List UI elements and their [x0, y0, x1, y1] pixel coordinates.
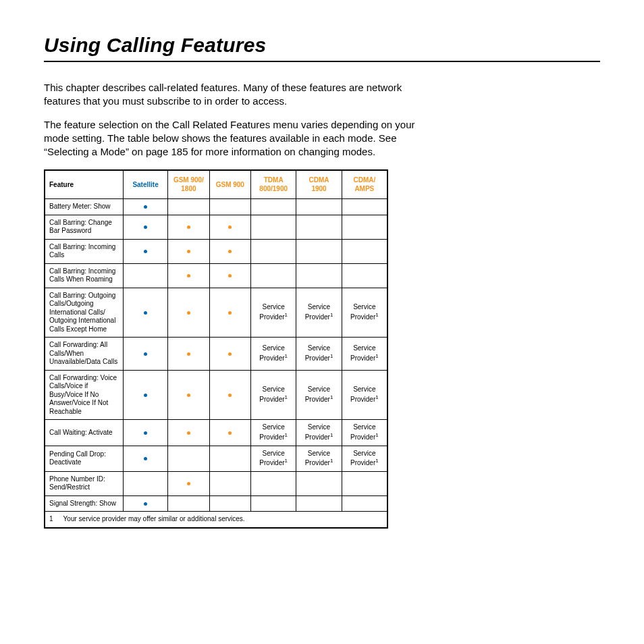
- service-provider-label: ServiceProvider1: [259, 423, 288, 441]
- dot-blue-icon: [144, 352, 147, 356]
- feature-cell: Call Barring: Incoming Calls When Roamin…: [45, 263, 123, 288]
- dot-orange-icon: [228, 352, 232, 356]
- table-row: Call Waiting: ActivateServiceProvider1Se…: [45, 420, 387, 446]
- availability-cell: [342, 215, 387, 239]
- availability-cell: [168, 338, 209, 371]
- service-provider-footnote-ref: 1: [375, 432, 378, 438]
- service-provider-label: ServiceProvider1: [305, 385, 333, 403]
- feature-cell: Call Barring: Incoming Calls: [45, 239, 123, 263]
- dot-blue-icon: [144, 205, 147, 209]
- table-row: Call Barring: Outgoing Calls/Outgoing In…: [45, 288, 387, 338]
- service-provider-label: ServiceProvider1: [259, 303, 288, 321]
- service-provider-footnote-ref: 1: [330, 458, 333, 464]
- availability-cell: [209, 239, 250, 263]
- availability-cell: [123, 215, 167, 239]
- footnote-row: 1 Your service provider may offer simila…: [45, 512, 387, 528]
- availability-cell: [123, 239, 167, 263]
- service-provider-footnote-ref: 1: [375, 394, 378, 400]
- availability-cell: ServiceProvider1: [251, 370, 296, 420]
- col-tdma: TDMA 800/1900: [251, 170, 296, 199]
- availability-cell: ServiceProvider1: [296, 420, 342, 446]
- dot-orange-icon: [228, 431, 232, 435]
- availability-cell: [123, 446, 167, 471]
- service-provider-footnote-ref: 1: [285, 353, 288, 359]
- availability-cell: [123, 338, 167, 371]
- availability-cell: [168, 446, 209, 471]
- service-provider-label: ServiceProvider1: [350, 450, 379, 467]
- service-provider-footnote-ref: 1: [330, 432, 333, 438]
- availability-cell: ServiceProvider1: [296, 446, 342, 471]
- dot-orange-icon: [187, 274, 190, 277]
- availability-cell: [168, 199, 209, 215]
- dot-orange-icon: [187, 352, 190, 356]
- col-cdma-1900: CDMA 1900: [296, 170, 342, 199]
- availability-cell: ServiceProvider1: [342, 338, 387, 371]
- availability-cell: [251, 471, 296, 495]
- dot-orange-icon: [228, 394, 232, 397]
- feature-cell: Call Waiting: Activate: [45, 420, 123, 446]
- availability-cell: [209, 446, 250, 471]
- availability-cell: [168, 420, 209, 446]
- footnote-number: 1: [49, 515, 61, 524]
- intro-paragraph-1: This chapter describes call-related feat…: [44, 81, 422, 109]
- dot-blue-icon: [144, 311, 147, 315]
- availability-cell: [209, 420, 250, 446]
- availability-cell: [296, 471, 342, 495]
- availability-cell: [168, 215, 209, 239]
- table-row: Call Barring: Change Bar Password: [45, 215, 387, 239]
- dot-blue-icon: [144, 457, 147, 460]
- service-provider-label: ServiceProvider1: [259, 385, 288, 403]
- availability-cell: [123, 199, 167, 215]
- availability-cell: [209, 338, 250, 371]
- availability-cell: [342, 495, 387, 512]
- service-provider-label: ServiceProvider1: [350, 385, 379, 403]
- availability-cell: ServiceProvider1: [296, 338, 342, 371]
- service-provider-label: ServiceProvider1: [350, 423, 379, 441]
- availability-cell: [123, 370, 167, 420]
- table-row: Call Barring: Incoming Calls When Roamin…: [45, 263, 387, 288]
- availability-cell: [168, 495, 209, 512]
- availability-cell: [123, 263, 167, 288]
- service-provider-footnote-ref: 1: [375, 353, 378, 359]
- dot-orange-icon: [187, 482, 190, 485]
- dot-orange-icon: [228, 250, 232, 253]
- page-title: Using Calling Features: [44, 34, 600, 57]
- feature-cell: Call Barring: Change Bar Password: [45, 215, 123, 239]
- availability-cell: [123, 288, 167, 338]
- availability-cell: [342, 263, 387, 288]
- dot-orange-icon: [228, 274, 232, 277]
- service-provider-footnote-ref: 1: [330, 353, 333, 359]
- availability-cell: [296, 239, 342, 263]
- availability-cell: [168, 263, 209, 288]
- dot-orange-icon: [228, 311, 232, 315]
- service-provider-footnote-ref: 1: [285, 312, 288, 318]
- dot-blue-icon: [144, 250, 147, 253]
- availability-cell: [168, 239, 209, 263]
- dot-orange-icon: [187, 431, 190, 435]
- dot-blue-icon: [144, 225, 147, 229]
- availability-cell: ServiceProvider1: [296, 370, 342, 420]
- availability-cell: ServiceProvider1: [251, 420, 296, 446]
- feature-cell: Call Forwarding: All Calls/When Unavaila…: [45, 338, 123, 371]
- dot-blue-icon: [144, 394, 147, 397]
- availability-cell: [342, 239, 387, 263]
- availability-cell: [209, 199, 250, 215]
- availability-cell: [209, 370, 250, 420]
- dot-orange-icon: [187, 225, 190, 229]
- feature-cell: Battery Meter: Show: [45, 199, 123, 215]
- service-provider-label: ServiceProvider1: [259, 344, 288, 362]
- availability-cell: [296, 199, 342, 215]
- availability-cell: ServiceProvider1: [342, 288, 387, 338]
- title-rule: [44, 61, 600, 62]
- col-gsm-900: GSM 900: [209, 170, 250, 199]
- table-row: Call Barring: Incoming Calls: [45, 239, 387, 263]
- availability-cell: [209, 471, 250, 495]
- availability-cell: [251, 239, 296, 263]
- availability-cell: [296, 215, 342, 239]
- availability-cell: [209, 288, 250, 338]
- availability-cell: [342, 471, 387, 495]
- service-provider-label: ServiceProvider1: [350, 303, 379, 321]
- availability-cell: [296, 495, 342, 512]
- availability-cell: [168, 370, 209, 420]
- table-row: Phone Number ID: Send/Restrict: [45, 471, 387, 495]
